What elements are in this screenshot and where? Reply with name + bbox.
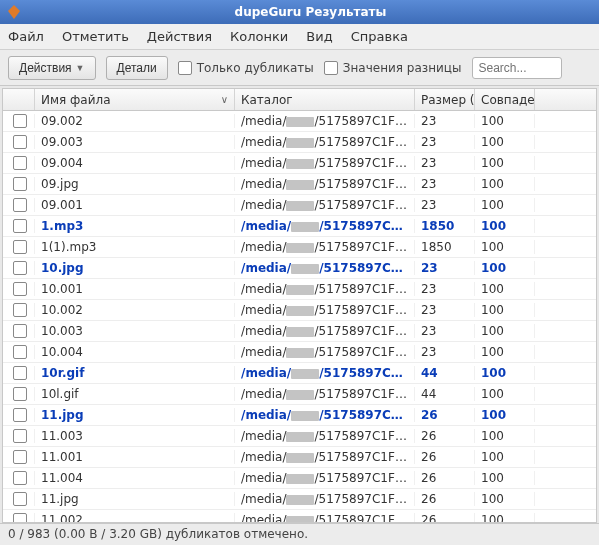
cell-match: 100 xyxy=(475,303,535,317)
table-body[interactable]: 09.002/media//5175897C1F393...2310009.00… xyxy=(3,111,596,522)
table-row[interactable]: 11.002/media//5175897C1F393...26100 xyxy=(3,510,596,522)
table-row[interactable]: 09.002/media//5175897C1F393...23100 xyxy=(3,111,596,132)
checkbox-icon xyxy=(13,198,27,212)
table-row[interactable]: 10.003/media//5175897C1F393...23100 xyxy=(3,321,596,342)
table-row[interactable]: 11.003/media//5175897C1F393...26100 xyxy=(3,426,596,447)
cell-size: 23 xyxy=(415,198,475,212)
checkbox-icon xyxy=(13,345,27,359)
row-checkbox[interactable] xyxy=(7,429,35,443)
row-checkbox[interactable] xyxy=(7,177,35,191)
row-checkbox[interactable] xyxy=(7,345,35,359)
menu-mark[interactable]: Отметить xyxy=(62,29,129,44)
cell-filename: 11.004 xyxy=(35,471,235,485)
menu-view[interactable]: Вид xyxy=(306,29,332,44)
table-row[interactable]: 10.004/media//5175897C1F393...23100 xyxy=(3,342,596,363)
table-row[interactable]: 1.mp3/media//5175897C1F39...1850100 xyxy=(3,216,596,237)
only-dupes-checkbox[interactable]: Только дубликаты xyxy=(178,61,314,75)
cell-directory: /media//5175897C1F393... xyxy=(235,324,415,338)
cell-filename: 09.004 xyxy=(35,156,235,170)
table-row[interactable]: 11.jpg/media//5175897C1F393...26100 xyxy=(3,489,596,510)
menu-columns[interactable]: Колонки xyxy=(230,29,288,44)
cell-match: 100 xyxy=(475,240,535,254)
table-row[interactable]: 11.004/media//5175897C1F393...26100 xyxy=(3,468,596,489)
row-checkbox[interactable] xyxy=(7,156,35,170)
table-row[interactable]: 10.001/media//5175897C1F393...23100 xyxy=(3,279,596,300)
table-row[interactable]: 09.004/media//5175897C1F393...23100 xyxy=(3,153,596,174)
row-checkbox[interactable] xyxy=(7,513,35,522)
details-button[interactable]: Детали xyxy=(106,56,168,80)
column-filename[interactable]: Имя файла ∨ xyxy=(35,89,235,110)
table-row[interactable]: 10r.gif/media//5175897C1F39...44100 xyxy=(3,363,596,384)
delta-values-checkbox[interactable]: Значения разницы xyxy=(324,61,462,75)
table-row[interactable]: 11.001/media//5175897C1F393...26100 xyxy=(3,447,596,468)
cell-size: 26 xyxy=(415,429,475,443)
cell-size: 26 xyxy=(415,492,475,506)
cell-filename: 09.001 xyxy=(35,198,235,212)
cell-match: 100 xyxy=(475,492,535,506)
table-row[interactable]: 1(1).mp3/media//5175897C1F393...1850100 xyxy=(3,237,596,258)
menu-file[interactable]: Файл xyxy=(8,29,44,44)
table-row[interactable]: 09.003/media//5175897C1F393...23100 xyxy=(3,132,596,153)
row-checkbox[interactable] xyxy=(7,135,35,149)
row-checkbox[interactable] xyxy=(7,261,35,275)
table-row[interactable]: 10.jpg/media//5175897C1F39...23100 xyxy=(3,258,596,279)
row-checkbox[interactable] xyxy=(7,366,35,380)
row-checkbox[interactable] xyxy=(7,408,35,422)
cell-directory: /media//5175897C1F393... xyxy=(235,429,415,443)
cell-filename: 11.003 xyxy=(35,429,235,443)
row-checkbox[interactable] xyxy=(7,303,35,317)
column-check[interactable] xyxy=(7,89,35,110)
checkbox-icon xyxy=(13,387,27,401)
checkbox-icon xyxy=(13,429,27,443)
cell-filename: 10.003 xyxy=(35,324,235,338)
cell-match: 100 xyxy=(475,408,535,422)
cell-directory: /media//5175897C1F39... xyxy=(235,408,415,422)
cell-match: 100 xyxy=(475,177,535,191)
table-row[interactable]: 09.jpg/media//5175897C1F393...23100 xyxy=(3,174,596,195)
checkbox-icon xyxy=(13,450,27,464)
table-row[interactable]: 10l.gif/media//5175897C1F393...44100 xyxy=(3,384,596,405)
search-input[interactable] xyxy=(472,57,562,79)
results-table: Имя файла ∨ Каталог Размер (I Совпаде 09… xyxy=(2,88,597,523)
table-row[interactable]: 09.001/media//5175897C1F393...23100 xyxy=(3,195,596,216)
cell-size: 23 xyxy=(415,345,475,359)
menu-help[interactable]: Справка xyxy=(351,29,408,44)
cell-filename: 09.002 xyxy=(35,114,235,128)
column-size[interactable]: Размер (I xyxy=(415,89,475,110)
checkbox-icon xyxy=(13,261,27,275)
column-match[interactable]: Совпаде xyxy=(475,89,535,110)
app-icon xyxy=(6,4,22,20)
cell-match: 100 xyxy=(475,450,535,464)
cell-match: 100 xyxy=(475,219,535,233)
cell-filename: 10.002 xyxy=(35,303,235,317)
cell-match: 100 xyxy=(475,387,535,401)
table-row[interactable]: 10.002/media//5175897C1F393...23100 xyxy=(3,300,596,321)
cell-size: 23 xyxy=(415,135,475,149)
row-checkbox[interactable] xyxy=(7,240,35,254)
menu-actions[interactable]: Действия xyxy=(147,29,212,44)
table-row[interactable]: 11.jpg/media//5175897C1F39...26100 xyxy=(3,405,596,426)
table-header: Имя файла ∨ Каталог Размер (I Совпаде xyxy=(3,89,596,111)
row-checkbox[interactable] xyxy=(7,471,35,485)
checkbox-icon xyxy=(13,408,27,422)
checkbox-icon xyxy=(178,61,192,75)
cell-directory: /media//5175897C1F393... xyxy=(235,471,415,485)
cell-filename: 10r.gif xyxy=(35,366,235,380)
row-checkbox[interactable] xyxy=(7,219,35,233)
row-checkbox[interactable] xyxy=(7,114,35,128)
row-checkbox[interactable] xyxy=(7,387,35,401)
column-directory[interactable]: Каталог xyxy=(235,89,415,110)
row-checkbox[interactable] xyxy=(7,492,35,506)
row-checkbox[interactable] xyxy=(7,282,35,296)
cell-size: 23 xyxy=(415,282,475,296)
actions-dropdown[interactable]: Действия ▼ xyxy=(8,56,96,80)
checkbox-icon xyxy=(13,156,27,170)
cell-size: 23 xyxy=(415,324,475,338)
cell-match: 100 xyxy=(475,198,535,212)
row-checkbox[interactable] xyxy=(7,324,35,338)
cell-directory: /media//5175897C1F39... xyxy=(235,261,415,275)
row-checkbox[interactable] xyxy=(7,450,35,464)
cell-filename: 11.jpg xyxy=(35,408,235,422)
cell-size: 44 xyxy=(415,366,475,380)
row-checkbox[interactable] xyxy=(7,198,35,212)
